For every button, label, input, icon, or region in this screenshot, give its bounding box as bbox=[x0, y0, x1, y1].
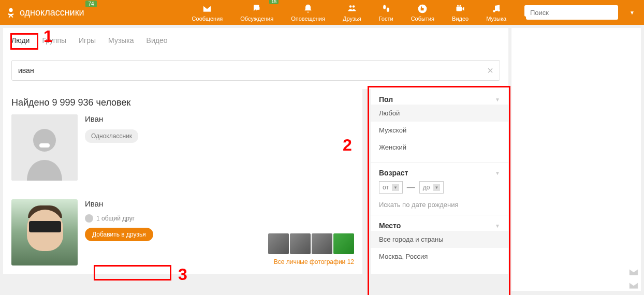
svg-point-4 bbox=[386, 8, 389, 12]
header-search[interactable] bbox=[526, 5, 618, 20]
nav-label: Гости bbox=[379, 16, 393, 22]
bell-icon bbox=[302, 3, 314, 14]
search-by-birthdate-link[interactable]: Искать по дате рождения bbox=[379, 201, 500, 209]
result-name[interactable]: Иван bbox=[85, 114, 354, 123]
search-results: Найдено 9 999 936 человек Иван Однокласс… bbox=[3, 89, 362, 274]
photo-thumb[interactable] bbox=[312, 233, 332, 254]
right-sidebar bbox=[511, 28, 641, 291]
avatar-placeholder[interactable] bbox=[11, 114, 78, 181]
photo-thumb[interactable] bbox=[290, 233, 311, 254]
notification-badge[interactable]: 74 bbox=[85, 1, 96, 7]
svg-point-10 bbox=[497, 9, 500, 12]
photo-thumb[interactable] bbox=[268, 233, 289, 254]
envelope-icon[interactable] bbox=[628, 268, 639, 276]
mutual-friend-avatar-icon bbox=[85, 214, 93, 223]
tab-games[interactable]: Игры bbox=[79, 36, 96, 52]
search-bar-card: × bbox=[3, 52, 508, 89]
result-item: Иван Одноклассник bbox=[11, 114, 354, 190]
svg-point-8 bbox=[460, 5, 461, 7]
nav-events[interactable]: События bbox=[407, 1, 438, 24]
filter-title: Возраст bbox=[379, 169, 408, 177]
search-bar[interactable]: × bbox=[11, 60, 500, 81]
annotation-number-1: 1 bbox=[43, 27, 53, 46]
chevron-down-icon: ▼ bbox=[495, 170, 500, 176]
nav-label: События bbox=[411, 16, 434, 22]
mail-icon bbox=[201, 3, 213, 14]
tab-music[interactable]: Музыка bbox=[108, 36, 134, 52]
search-tabs: Люди Группы Игры Музыка Видео bbox=[11, 36, 500, 52]
tab-video[interactable]: Видео bbox=[147, 36, 168, 52]
nav-label: Оповещения bbox=[291, 16, 325, 22]
filter-title: Место bbox=[379, 222, 401, 230]
person-icon bbox=[11, 114, 78, 181]
svg-point-1 bbox=[349, 5, 352, 8]
photo-thumbnails bbox=[268, 233, 354, 254]
music-icon bbox=[490, 3, 503, 14]
results-count: Найдено 9 999 936 человек bbox=[11, 97, 354, 108]
photo-thumb[interactable] bbox=[333, 233, 354, 254]
chat-icon bbox=[251, 3, 263, 14]
nav-messages[interactable]: Сообщения bbox=[188, 1, 227, 24]
filter-gender-option[interactable]: Любой bbox=[371, 105, 508, 122]
filter-location: Место ▼ Все города и страны Москва, Росс… bbox=[371, 215, 508, 271]
video-icon bbox=[454, 3, 466, 14]
filter-location-header[interactable]: Место ▼ bbox=[379, 222, 500, 230]
avatar-photo[interactable] bbox=[11, 199, 78, 266]
filter-gender-option[interactable]: Женский bbox=[371, 139, 508, 156]
filter-gender: Пол ▼ Любой Мужской Женский bbox=[371, 89, 508, 163]
svg-rect-6 bbox=[457, 7, 462, 11]
nav-label: Друзья bbox=[343, 16, 361, 22]
people-search-input[interactable] bbox=[18, 66, 487, 75]
svg-point-7 bbox=[457, 5, 459, 7]
nav-label: Музыка bbox=[486, 16, 506, 22]
user-menu-caret-icon[interactable]: ▼ bbox=[630, 10, 635, 16]
filter-gender-header[interactable]: Пол ▼ bbox=[379, 95, 500, 104]
svg-point-2 bbox=[353, 5, 355, 8]
chevron-down-icon: ▼ bbox=[495, 223, 500, 229]
envelope-icon[interactable] bbox=[628, 282, 639, 290]
svg-point-15 bbox=[33, 129, 56, 152]
nav-label: Обсуждения bbox=[240, 16, 273, 22]
filter-location-option[interactable]: Все города и страны bbox=[371, 231, 508, 248]
filter-gender-option[interactable]: Мужской bbox=[371, 122, 508, 139]
nav-video[interactable]: Видео bbox=[448, 1, 473, 24]
add-friend-button[interactable]: Добавить в друзья bbox=[85, 228, 153, 241]
caret-down-icon: ▼ bbox=[433, 184, 441, 191]
age-from-select[interactable]: от▼ bbox=[379, 181, 403, 194]
clear-search-icon[interactable]: × bbox=[487, 65, 493, 77]
filter-location-option[interactable]: Москва, Россия bbox=[371, 248, 508, 265]
result-item: Иван 1 общий друг Добавить в друзья bbox=[11, 199, 354, 266]
nav-label: Видео bbox=[452, 16, 469, 22]
nav-notifications[interactable]: Оповещения bbox=[287, 1, 329, 24]
thumbs-up-icon bbox=[416, 3, 429, 14]
friends-icon bbox=[346, 3, 358, 14]
chevron-down-icon: ▼ bbox=[495, 97, 500, 102]
filter-title: Пол bbox=[379, 95, 393, 104]
search-tabs-card: Люди Группы Игры Музыка Видео bbox=[3, 28, 508, 52]
ok-logo-icon bbox=[5, 7, 17, 18]
logo[interactable]: одноклассники 74 bbox=[5, 7, 84, 18]
all-photos-link[interactable]: Все личные фотографии 12 bbox=[274, 258, 354, 266]
tab-people[interactable]: Люди bbox=[11, 36, 30, 52]
annotation-number-3: 3 bbox=[178, 265, 187, 284]
age-to-select[interactable]: до▼ bbox=[419, 181, 444, 194]
svg-point-9 bbox=[493, 10, 495, 12]
nav-friends[interactable]: Друзья bbox=[339, 1, 365, 24]
nav-label: Сообщения bbox=[192, 16, 223, 22]
annotation-number-2: 2 bbox=[343, 136, 352, 155]
result-tag[interactable]: Одноклассник bbox=[85, 129, 138, 143]
result-name[interactable]: Иван bbox=[85, 199, 261, 208]
nav-discussions[interactable]: Обсуждения 15 bbox=[236, 1, 277, 24]
main-nav: Сообщения Обсуждения 15 Оповещения Друзь… bbox=[188, 1, 541, 24]
caret-down-icon: ▼ bbox=[392, 184, 399, 191]
filters-panel: Пол ▼ Любой Мужской Женский Возраст ▼ bbox=[371, 89, 508, 274]
nav-music[interactable]: Музыка bbox=[482, 1, 510, 24]
nav-guests[interactable]: Гости bbox=[375, 1, 398, 24]
mutual-friends[interactable]: 1 общий друг bbox=[85, 214, 261, 223]
nav-badge: 15 bbox=[269, 0, 279, 4]
mutual-text: 1 общий друг bbox=[96, 215, 135, 222]
svg-rect-16 bbox=[39, 143, 50, 148]
svg-point-0 bbox=[9, 8, 12, 12]
filter-age-header[interactable]: Возраст ▼ bbox=[379, 169, 500, 177]
search-input[interactable] bbox=[530, 9, 617, 17]
